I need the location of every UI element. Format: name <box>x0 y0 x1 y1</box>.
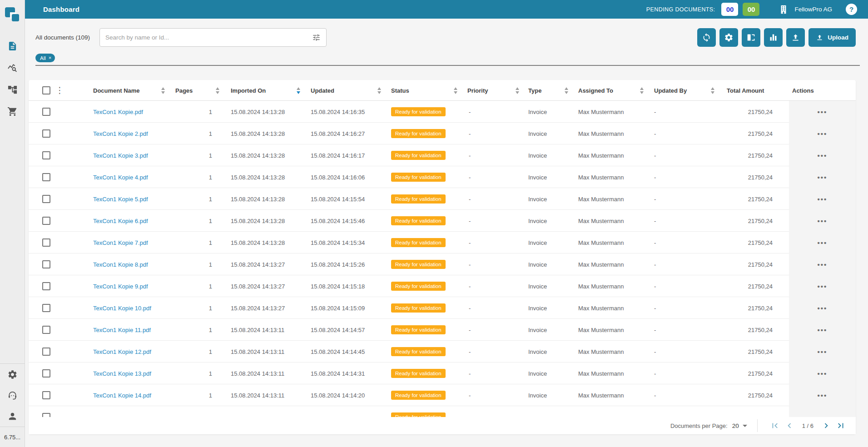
document-name-link[interactable]: TexCon1 Kopie 14.pdf <box>93 392 151 399</box>
document-name-link[interactable]: TexCon1 Kopie 10.pdf <box>93 305 151 312</box>
document-name-link[interactable]: TexCon1 Kopie 2.pdf <box>93 130 148 137</box>
row-checkbox[interactable] <box>42 260 50 268</box>
per-page-dropdown-icon[interactable] <box>743 425 747 427</box>
sidebar-item-documents[interactable] <box>0 35 25 56</box>
document-name-link[interactable]: TexCon1 Kopie 8.pdf <box>93 261 148 268</box>
sort-arrows[interactable] <box>161 87 165 94</box>
row-actions-menu-icon[interactable]: ••• <box>818 217 828 225</box>
chip-close-icon[interactable]: × <box>49 55 51 60</box>
document-name-link[interactable]: TexCon1 Kopie.pdf <box>93 109 143 115</box>
export-upload-button[interactable] <box>786 28 805 47</box>
app-logo-icon[interactable] <box>4 6 20 23</box>
per-page-value[interactable]: 20 <box>732 422 739 429</box>
help-icon[interactable]: ? <box>846 4 857 15</box>
row-actions-menu-icon[interactable]: ••• <box>818 239 828 247</box>
upload-button[interactable]: Upload <box>808 28 856 47</box>
row-actions-menu-icon[interactable]: ••• <box>818 348 828 356</box>
row-checkbox[interactable] <box>42 348 50 356</box>
col-updated-by[interactable]: Updated By <box>654 87 687 94</box>
next-page-button[interactable] <box>820 420 832 432</box>
col-type[interactable]: Type <box>528 87 541 94</box>
row-actions-menu-icon[interactable]: ••• <box>818 370 828 377</box>
row-checkbox[interactable] <box>42 413 50 417</box>
col-imported-on[interactable]: Imported On <box>231 87 266 94</box>
split-view-button[interactable] <box>742 28 760 47</box>
row-actions-menu-icon[interactable]: ••• <box>818 174 828 181</box>
row-checkbox[interactable] <box>42 238 50 247</box>
row-checkbox[interactable] <box>42 129 50 138</box>
row-actions-menu-icon[interactable]: ••• <box>818 392 828 399</box>
pages-cell: 1 <box>170 384 225 406</box>
document-name-link[interactable]: TexCon1 Kopie 3.pdf <box>93 152 148 159</box>
filter-tune-icon[interactable] <box>312 33 321 42</box>
previous-page-button[interactable] <box>784 420 795 432</box>
organization[interactable]: FellowPro AG <box>779 5 832 15</box>
header-kebab-icon[interactable]: ⋮ <box>55 86 64 94</box>
row-checkbox[interactable] <box>42 304 50 312</box>
sort-arrows[interactable] <box>640 87 644 94</box>
document-name-link[interactable]: TexCon1 Kopie 12.pdf <box>93 348 151 355</box>
updated-by-cell: - <box>649 123 720 144</box>
sort-arrows-active-desc[interactable] <box>297 87 300 94</box>
col-assigned-to[interactable]: Assigned To <box>578 87 613 94</box>
sidebar-item-settings[interactable] <box>0 364 25 385</box>
row-checkbox[interactable] <box>42 195 50 203</box>
sort-arrows[interactable] <box>711 87 714 94</box>
document-name-link[interactable]: TexCon1 Kopie 13.pdf <box>93 370 151 377</box>
col-updated[interactable]: Updated <box>311 87 334 94</box>
table-settings-button[interactable] <box>719 28 738 47</box>
search-input[interactable] <box>100 34 312 41</box>
table-row: TexCon1 Kopie 14.pdf115.08.2024 14:13:11… <box>29 384 856 406</box>
first-page-button[interactable] <box>769 420 781 432</box>
row-checkbox[interactable] <box>42 173 50 181</box>
col-status[interactable]: Status <box>391 87 409 94</box>
document-name-link[interactable]: TexCon1 Kopie 6.pdf <box>93 218 148 224</box>
row-checkbox[interactable] <box>42 326 50 334</box>
col-document-name[interactable]: Document Name <box>93 87 140 94</box>
row-actions-menu-icon[interactable]: ••• <box>818 261 828 268</box>
sidebar-item-analytics[interactable] <box>0 57 25 78</box>
row-actions-menu-icon[interactable]: ••• <box>818 195 828 203</box>
sort-arrows[interactable] <box>454 87 457 94</box>
document-name-link[interactable]: TexCon1 Kopie 7.pdf <box>93 239 148 246</box>
updated-cell: 15.08.2024 14:16:17 <box>306 144 387 166</box>
imported-on-cell: 15.08.2024 14:13:28 <box>225 101 306 123</box>
sidebar-item-workflow[interactable] <box>0 79 25 100</box>
sort-arrows[interactable] <box>516 87 519 94</box>
pending-count-badge-green[interactable]: 00 <box>743 3 759 16</box>
filter-chip-all[interactable]: All × <box>35 54 55 62</box>
row-checkbox[interactable] <box>42 151 50 159</box>
sort-arrows[interactable] <box>377 87 381 94</box>
last-page-button[interactable] <box>835 420 847 432</box>
type-cell: Invoice <box>525 101 574 123</box>
table-row: TexCon1 Kopie 9.pdf115.08.2024 14:13:271… <box>29 275 856 297</box>
row-actions-menu-icon[interactable]: ••• <box>818 130 828 138</box>
row-checkbox[interactable] <box>42 217 50 225</box>
sort-arrows[interactable] <box>565 87 568 94</box>
row-actions-menu-icon[interactable]: ••• <box>818 152 828 159</box>
row-actions-menu-icon[interactable]: ••• <box>818 283 828 290</box>
refresh-button[interactable] <box>697 28 716 47</box>
col-priority[interactable]: Priority <box>467 87 488 94</box>
pending-count-badge-white[interactable]: 00 <box>721 3 738 16</box>
sidebar-item-account[interactable] <box>0 406 25 427</box>
sidebar-item-support[interactable] <box>0 385 25 406</box>
upload-button-label: Upload <box>828 34 848 41</box>
sidebar-item-orders[interactable] <box>0 101 25 122</box>
statistics-button[interactable] <box>764 28 783 47</box>
col-pages[interactable]: Pages <box>175 87 193 94</box>
row-actions-menu-icon[interactable]: ••• <box>818 304 828 312</box>
row-checkbox[interactable] <box>42 369 50 377</box>
row-checkbox[interactable] <box>42 282 50 290</box>
row-checkbox[interactable] <box>42 108 50 116</box>
gear-icon <box>724 33 734 42</box>
document-name-link[interactable]: TexCon1 Kopie 9.pdf <box>93 283 148 290</box>
sort-arrows[interactable] <box>216 87 219 94</box>
row-actions-menu-icon[interactable]: ••• <box>818 326 828 334</box>
document-name-link[interactable]: TexCon1 Kopie 5.pdf <box>93 196 148 203</box>
select-all-checkbox[interactable] <box>42 86 50 94</box>
row-checkbox[interactable] <box>42 391 50 399</box>
row-actions-menu-icon[interactable]: ••• <box>818 108 828 116</box>
document-name-link[interactable]: TexCon1 Kopie 11.pdf <box>93 327 151 333</box>
document-name-link[interactable]: TexCon1 Kopie 4.pdf <box>93 174 148 181</box>
